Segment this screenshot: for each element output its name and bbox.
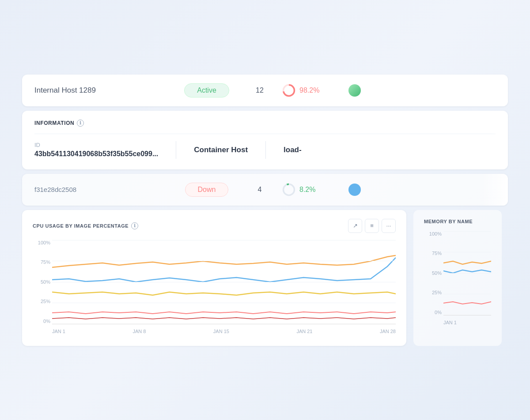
cpu-chart-title: CPU USAGE BY IMAGE PERCENTAGE ℹ <box>33 222 138 229</box>
host-type-value: Container Host <box>194 146 248 154</box>
grid-line-100 <box>52 240 396 240</box>
grid-line-75 <box>52 261 396 261</box>
host-name-1: Internal Host 1289 <box>34 86 176 95</box>
load-field: load- <box>284 146 302 154</box>
info-icon: ℹ <box>77 120 84 127</box>
cpu-chart-info-icon: ℹ <box>131 222 138 229</box>
info-divider <box>176 141 176 159</box>
info-section-title: INFORMATION ℹ <box>34 120 496 127</box>
host-name-2: f31e28dc2508 <box>34 186 176 193</box>
cpu-pct-1: 98.2% <box>299 86 319 94</box>
chart-svg-container <box>52 240 396 324</box>
grid-line-0 <box>52 324 396 324</box>
grid-line-25 <box>52 303 396 303</box>
extra-indicator-1 <box>344 84 366 97</box>
cpu-chart-header: CPU USAGE BY IMAGE PERCENTAGE ℹ ↗ ≡ ··· <box>33 219 396 233</box>
cpu-donut-icon <box>282 83 296 98</box>
id-label: ID <box>34 142 158 148</box>
host-count-1: 12 <box>238 86 282 94</box>
host-row-1[interactable]: Internal Host 1289 Active 12 98.2% <box>22 75 508 106</box>
active-badge: Active <box>184 83 229 98</box>
id-value: 43bb541130419068b53f35b55ce099... <box>34 150 158 158</box>
info-row: ID 43bb541130419068b53f35b55ce099... Con… <box>34 134 496 159</box>
cpu-donut-2-icon <box>282 183 296 197</box>
status-badge-1: Active <box>176 83 238 98</box>
memory-chart-header: MEMORY BY NAME <box>424 219 491 224</box>
host-type-field: Container Host <box>194 146 248 154</box>
extra-indicator-2 <box>344 184 366 196</box>
information-panel: INFORMATION ℹ ID 43bb541130419068b53f35b… <box>22 111 508 169</box>
info-divider-2 <box>265 141 266 159</box>
down-badge: Down <box>185 183 229 197</box>
memory-y-axis: 100% 75% 50% 25% 0% <box>424 231 442 315</box>
y-axis: 100% 75% 50% 25% 0% <box>33 240 50 324</box>
host-row-2[interactable]: f31e28dc2508 Down 4 8.2% <box>22 174 508 206</box>
svg-point-2 <box>284 184 295 195</box>
cpu-usage-1: 98.2% <box>282 83 344 98</box>
memory-x-axis: JAN 1 <box>443 317 491 328</box>
memory-chart-card: MEMORY BY NAME 100% 75% 50% 25% 0% <box>413 210 502 346</box>
chart-actions[interactable]: ↗ ≡ ··· <box>348 219 396 233</box>
filter-button[interactable]: ≡ <box>365 219 379 233</box>
load-value: load- <box>284 146 302 154</box>
cpu-chart-card: CPU USAGE BY IMAGE PERCENTAGE ℹ ↗ ≡ ··· … <box>22 210 406 346</box>
memory-chart-inner <box>443 231 491 315</box>
cpu-pct-2: 8.2% <box>299 186 315 194</box>
grid-line-50 <box>52 282 396 282</box>
cpu-chart-area: 100% 75% 50% 25% 0% <box>33 240 396 337</box>
x-axis: JAN 1 JAN 8 JAN 15 JAN 21 JAN 28 <box>52 326 396 337</box>
charts-row: CPU USAGE BY IMAGE PERCENTAGE ℹ ↗ ≡ ··· … <box>22 210 508 346</box>
cpu-usage-2: 8.2% <box>282 183 344 197</box>
memory-chart-area: 100% 75% 50% 25% 0% <box>424 231 491 328</box>
status-badge-2: Down <box>176 183 238 197</box>
id-field: ID 43bb541130419068b53f35b55ce099... <box>34 142 158 158</box>
more-button[interactable]: ··· <box>382 219 396 233</box>
host-count-2: 4 <box>238 186 282 194</box>
memory-chart-title: MEMORY BY NAME <box>424 219 473 224</box>
expand-button[interactable]: ↗ <box>348 219 362 233</box>
